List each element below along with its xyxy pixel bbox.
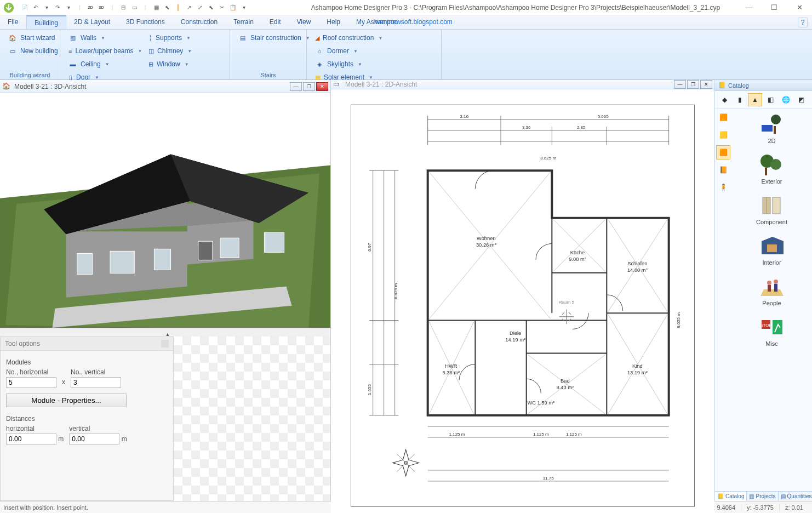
view2d-min-button[interactable]: — — [674, 80, 686, 89]
qat-2d-icon[interactable]: 2D — [85, 3, 95, 13]
cat-tb-4[interactable]: ◧ — [763, 93, 777, 106]
cat-tb-2[interactable]: ▮ — [733, 93, 747, 106]
maximize-button[interactable]: ☐ — [762, 0, 787, 15]
svg-point-83 — [771, 115, 781, 124]
view3d-close-button[interactable]: ✕ — [316, 82, 328, 91]
qat-new-icon[interactable]: 📄 — [20, 3, 30, 13]
menu-building[interactable]: Building — [26, 15, 66, 29]
tool-options-close-button[interactable] — [161, 340, 169, 347]
svg-text:2.85: 2.85 — [577, 125, 586, 130]
view2d-close-button[interactable]: ✕ — [700, 80, 712, 89]
cat-tb-5[interactable]: 🌐 — [779, 93, 793, 106]
view2d-canvas[interactable]: 3.16 5.665 3.36 2.85 6.97 1.655 8.625 m — [331, 89, 714, 513]
view3d-max-button[interactable]: ❐ — [303, 82, 315, 91]
view2d-title: Modell 3-21 : 2D-Ansicht — [345, 81, 671, 88]
minimize-button[interactable]: — — [736, 0, 762, 15]
window-button[interactable]: ⊞Window▼ — [145, 58, 190, 70]
qat-snap3-icon[interactable]: ✂ — [217, 3, 227, 13]
catalog-item-2d[interactable]: 2D — [734, 112, 810, 144]
cat-tb-1[interactable]: ◆ — [717, 93, 731, 106]
beams-button[interactable]: ≡Lower/upper beams▼ — [65, 45, 141, 57]
chimney-icon: ◫ — [148, 47, 154, 55]
walls-button[interactable]: ▧Walls▼ — [65, 32, 141, 44]
view3d-header: 🏠 Modell 3-21 : 3D-Ansicht — ❐ ✕ — [0, 80, 330, 93]
menu-3d-functions[interactable]: 3D Functions — [118, 15, 173, 29]
view2d-icon: ▭ — [333, 80, 342, 89]
cat-tb-3[interactable]: ▲ — [748, 93, 762, 106]
stair-button[interactable]: ▤Stair construction▼ — [235, 32, 314, 44]
x-separator: x — [62, 378, 65, 386]
cat-filter-3[interactable]: 🟧 — [716, 145, 730, 159]
svg-text:3.16: 3.16 — [460, 114, 469, 119]
supports-icon: ╎ — [148, 33, 152, 42]
menu-file[interactable]: File — [0, 15, 26, 29]
view3d-canvas[interactable] — [0, 93, 330, 337]
view3d-icon: 🏠 — [2, 82, 11, 91]
start-wizard-button[interactable]: 🏠Start wizard — [4, 32, 62, 44]
chimney-button[interactable]: ◫Chimney▼ — [145, 45, 190, 57]
view2d-max-button[interactable]: ❐ — [687, 80, 699, 89]
qat-snap2-icon[interactable]: ⤢ — [195, 3, 205, 13]
chevron-down-icon: ▼ — [378, 36, 382, 41]
svg-text:6.97: 6.97 — [367, 243, 372, 252]
qat-undo-icon[interactable]: ↶ — [31, 3, 41, 13]
qat-dd-icon[interactable]: ▾ — [239, 3, 249, 13]
supports-button[interactable]: ╎Supports▼ — [145, 32, 190, 44]
cat-filter-4[interactable]: 📙 — [716, 163, 730, 177]
catalog-tab-quantities[interactable]: ▤Quantities — [779, 492, 812, 501]
qat-h-icon[interactable]: ⊟ — [118, 3, 128, 13]
group-building-wizard: Building wizard — [4, 70, 55, 79]
qat-3d-icon[interactable]: 3D — [96, 3, 106, 13]
catalog-item-exterior[interactable]: Exterior — [734, 153, 810, 185]
new-building-button[interactable]: ▭New building — [4, 45, 62, 57]
cat-tb-6[interactable]: ◩ — [794, 93, 808, 106]
qat-paste-icon[interactable]: 📋 — [228, 3, 238, 13]
dormer-button[interactable]: ⌂Dormer▼ — [311, 45, 381, 57]
watermark-url: wantnewsoft.blogspot.com — [375, 18, 452, 26]
window-icon: ⊞ — [148, 60, 153, 69]
catalog-tab-catalog[interactable]: 📒Catalog — [715, 492, 747, 501]
window-title: Ashampoo Home Designer Pro 3 - C:\Progra… — [251, 4, 736, 12]
qat-vbar-icon[interactable]: ║ — [173, 3, 183, 13]
menu-view[interactable]: View — [289, 15, 319, 29]
view3d-hscroll[interactable] — [0, 328, 330, 337]
dist-horizontal-input[interactable] — [6, 434, 56, 444]
qat-redo-icon[interactable]: ↷ — [53, 3, 62, 13]
catalog-item-component[interactable]: Component — [734, 193, 810, 225]
qat-grid-icon[interactable]: ▦ — [151, 3, 161, 13]
svg-text:1.125 m: 1.125 m — [449, 432, 465, 437]
help-icon[interactable]: ? — [798, 18, 808, 27]
qat-undo-dd-icon[interactable]: ▾ — [42, 3, 52, 13]
menu-construction[interactable]: Construction — [173, 15, 226, 29]
cat-filter-1[interactable]: 🟧 — [716, 110, 730, 124]
skylights-button[interactable]: ◈Skylights▼ — [311, 58, 381, 70]
svg-text:STOP: STOP — [760, 323, 772, 328]
qat-eq-icon[interactable]: ▭ — [129, 3, 139, 13]
qat-cursor-icon[interactable]: ⬉ — [206, 3, 216, 13]
close-button[interactable]: ✕ — [787, 0, 812, 15]
menu-edit[interactable]: Edit — [262, 15, 289, 29]
catalog-tab-projects[interactable]: ▥Projects — [747, 492, 778, 501]
menu-2d-layout[interactable]: 2D & Layout — [66, 15, 118, 29]
catalog-title: Catalog — [728, 82, 749, 89]
cat-filter-5[interactable]: 🧍 — [716, 180, 730, 195]
qat-redo-dd-icon[interactable]: ▾ — [64, 3, 73, 13]
catalog-item-people[interactable]: People — [734, 275, 810, 306]
quick-access-toolbar: 📄 ↶ ▾ ↷ ▾ | 2D 3D | ⊟ ▭ | ▦ ⬉ ║ ↗ ⤢ ⬉ ✂ … — [18, 3, 251, 13]
roof-button[interactable]: ◢Roof construction▼ — [311, 32, 381, 44]
dist-vertical-input[interactable] — [69, 434, 119, 444]
catalog-item-interior[interactable]: Interior — [734, 234, 810, 266]
menubar: File Building 2D & Layout 3D Functions C… — [0, 15, 812, 30]
qat-select-icon[interactable]: ⬉ — [162, 3, 172, 13]
catalog-item-misc[interactable]: STOP Misc — [734, 315, 810, 347]
qat-snap1-icon[interactable]: ↗ — [184, 3, 194, 13]
no-horizontal-input[interactable] — [6, 377, 56, 388]
center-column: ▭ Modell 3-21 : 2D-Ansicht — ❐ ✕ 3.16 5.… — [331, 80, 714, 501]
module-properties-button[interactable]: Module - Properties... — [6, 394, 127, 407]
cat-filter-2[interactable]: 🟨 — [716, 128, 730, 142]
ceiling-button[interactable]: ▬Ceiling▼ — [65, 58, 141, 70]
menu-terrain[interactable]: Terrain — [226, 15, 262, 29]
no-vertical-input[interactable] — [71, 377, 121, 388]
menu-help[interactable]: Help — [319, 15, 348, 29]
view3d-min-button[interactable]: — — [290, 82, 302, 91]
